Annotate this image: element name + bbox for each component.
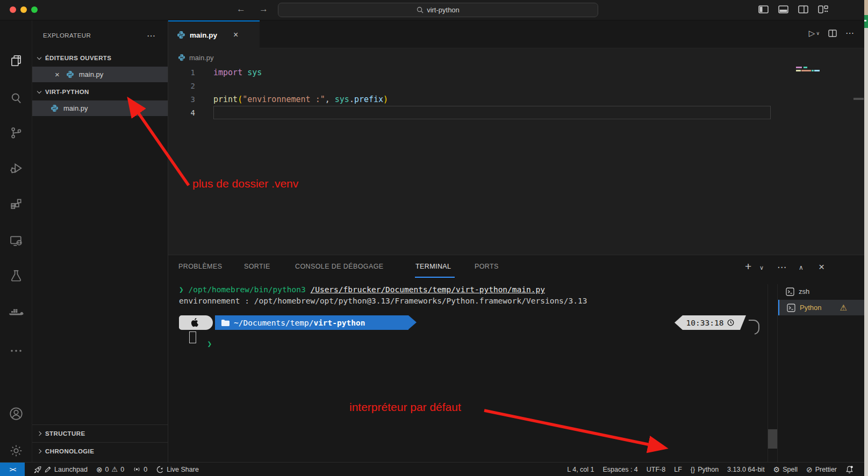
bottom-panel: PROBLÈMES SORTIE CONSOLE DE DÉBOGAGE TER… <box>168 255 864 462</box>
status-spell[interactable]: ⚙ Spell <box>769 463 802 476</box>
prompt-char: ❯ <box>207 340 212 348</box>
background-window-sliver <box>864 0 868 15</box>
extensions-icon[interactable] <box>0 195 32 213</box>
nav-forward-icon[interactable]: → <box>259 4 268 15</box>
split-editor-icon[interactable] <box>828 30 837 37</box>
breadcrumb[interactable]: main.py <box>178 51 214 64</box>
terminal-output-line-2: environnement : /opt/homebrew/opt/python… <box>179 297 587 305</box>
tab-debug-console[interactable]: CONSOLE DE DÉBOGAGE <box>295 263 384 270</box>
chevron-down-icon <box>37 55 41 59</box>
toggle-primary-sidebar-icon[interactable] <box>758 5 769 13</box>
status-broadcast[interactable]: 0 <box>128 463 152 476</box>
project-section-header[interactable]: VIRT-PYTHON <box>32 85 168 99</box>
docker-icon[interactable] <box>0 304 32 322</box>
tab-output[interactable]: SORTIE <box>244 263 270 270</box>
close-window-button[interactable] <box>10 6 16 13</box>
status-indentation[interactable]: Espaces : 4 <box>598 463 642 476</box>
tab-problems[interactable]: PROBLÈMES <box>178 263 222 270</box>
command-center-search[interactable]: virt-python <box>278 3 598 17</box>
open-editor-item-mainpy[interactable]: × main.py <box>32 67 168 82</box>
status-problems[interactable]: ⊗ 0 ⚠ 0 <box>92 463 128 476</box>
file-item-mainpy[interactable]: main.py <box>32 100 168 116</box>
maximize-panel-icon[interactable]: ∧ <box>799 264 804 271</box>
terminal-scrollbar-thumb[interactable] <box>768 429 777 449</box>
terminal-tab-label: Python <box>800 304 821 312</box>
broadcast-count: 0 <box>144 466 147 473</box>
folder-icon <box>221 320 229 326</box>
terminal-output-line-1[interactable]: ❯ /opt/homebrew/bin/python3 /Users/fbruc… <box>179 285 545 294</box>
more-actions-icon[interactable]: ⋯ <box>845 28 855 38</box>
terminal-cursor-line[interactable]: ❯ <box>179 331 217 357</box>
toggle-secondary-sidebar-icon[interactable] <box>798 5 808 13</box>
terminal-tab-zsh[interactable]: zsh <box>778 284 864 299</box>
editor-scrollbar-thumb[interactable] <box>853 98 864 100</box>
structure-section-header[interactable]: STRUCTURE <box>32 424 168 442</box>
play-icon: ▷ <box>809 28 815 38</box>
python-file-icon <box>178 54 185 61</box>
background-window-sliver <box>864 20 866 21</box>
customize-layout-icon[interactable] <box>818 5 828 13</box>
chronology-section-header[interactable]: CHRONOLOGIE <box>32 442 168 459</box>
cwd-path: ~/Documents/temp/virt-python <box>234 319 365 327</box>
terminal-dropdown-icon[interactable]: ∨ <box>759 264 764 271</box>
terminal-cursor <box>189 331 196 343</box>
pencil-icon <box>45 466 52 473</box>
code-line-3[interactable]: 3 print("environnement :", sys.prefix) <box>168 92 864 106</box>
more-views-icon[interactable] <box>0 342 32 360</box>
open-editors-section-header[interactable]: ÉDITEURS OUVERTS <box>32 51 168 65</box>
status-eol[interactable]: LF <box>670 463 686 476</box>
close-tab-icon[interactable]: × <box>233 30 238 40</box>
prompt-frame-corner <box>749 319 761 336</box>
tab-ports[interactable]: PORTS <box>475 263 499 270</box>
editor-actions: ▷ ∨ ⋯ <box>809 28 855 38</box>
editor-area: main.py × ▷ ∨ ⋯ main.py 1 impo <box>168 20 864 255</box>
minimize-window-button[interactable] <box>20 6 27 13</box>
explorer-actions-icon[interactable]: ⋯ <box>147 31 156 41</box>
run-debug-icon[interactable] <box>0 159 32 177</box>
background-window-sliver <box>864 15 868 28</box>
accounts-icon[interactable] <box>0 405 32 423</box>
status-python-interpreter[interactable]: 3.13.0 64-bit <box>723 463 769 476</box>
chevron-right-icon <box>37 431 41 435</box>
error-icon: ⊗ <box>96 465 103 474</box>
annotation-no-venv: plus de dossier .venv <box>192 177 298 190</box>
launchpad-label: Launchpad <box>54 466 88 473</box>
status-cursor-position[interactable]: L 4, col 1 <box>563 463 598 476</box>
terminal-tab-python[interactable]: Python ⚠ <box>778 300 864 315</box>
remote-explorer-icon[interactable] <box>0 232 32 250</box>
status-notifications[interactable] <box>841 463 858 476</box>
warning-icon: ⚠ <box>112 465 118 473</box>
explorer-icon[interactable] <box>0 52 32 70</box>
close-editor-icon[interactable]: × <box>55 70 60 79</box>
tab-terminal[interactable]: TERMINAL <box>415 263 451 270</box>
code-line-1[interactable]: 1 import sys <box>168 66 864 79</box>
minimap[interactable] <box>796 67 816 68</box>
status-launchpad[interactable]: Launchpad <box>29 463 92 476</box>
status-prettier[interactable]: ⊘ Prettier <box>802 463 841 476</box>
close-panel-icon[interactable]: × <box>819 261 824 273</box>
status-live-share[interactable]: Live Share <box>152 463 203 476</box>
testing-icon[interactable] <box>0 266 32 285</box>
settings-gear-icon[interactable] <box>0 442 32 460</box>
toggle-panel-icon[interactable] <box>778 5 788 13</box>
panel-more-icon[interactable]: ⋯ <box>777 262 787 273</box>
search-sidebar-icon[interactable] <box>0 89 32 107</box>
code-text: print("environnement :", sys.prefix) <box>213 95 388 104</box>
prompt-time-segment: 10:33:18 <box>675 315 746 330</box>
new-terminal-icon[interactable]: + <box>745 260 751 273</box>
breadcrumb-item: main.py <box>189 54 214 62</box>
terminal-icon <box>787 304 795 312</box>
annotation-default-interpreter: interpréteur par défaut <box>349 401 461 414</box>
circle-slash-icon: ⊘ <box>806 465 813 474</box>
remote-indicator[interactable]: >< <box>0 463 25 476</box>
run-python-file-button[interactable]: ▷ ∨ <box>809 28 820 38</box>
code-line-2[interactable]: 2 <box>168 79 864 92</box>
tab-mainpy[interactable]: main.py × <box>168 20 260 48</box>
search-icon <box>417 6 424 13</box>
zoom-window-button[interactable] <box>31 6 38 13</box>
nav-back-icon[interactable]: ← <box>236 4 246 15</box>
source-control-icon[interactable] <box>0 124 32 142</box>
status-language-mode[interactable]: {} Python <box>686 463 723 476</box>
active-tab-underline <box>415 277 455 278</box>
status-encoding[interactable]: UTF-8 <box>642 463 670 476</box>
